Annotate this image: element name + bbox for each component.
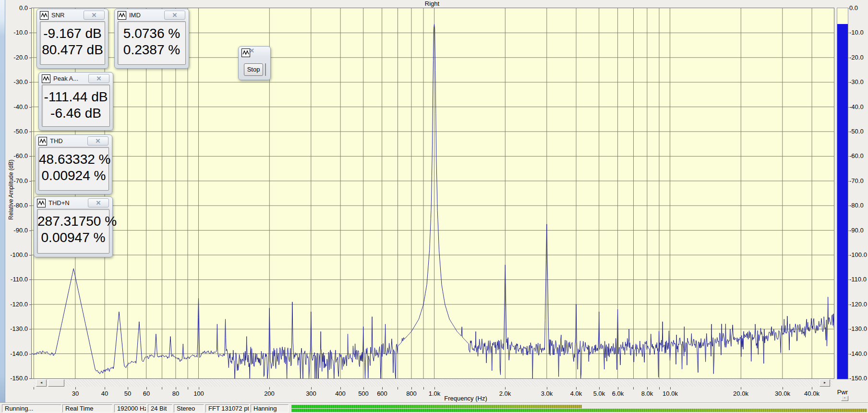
close-icon[interactable]: ✕ <box>88 198 109 207</box>
imd-window: IMD ✕ 5.0736 % 0.2387 % <box>114 9 189 69</box>
y-axis-tick <box>29 255 31 255</box>
y-axis-tick-label-right: -80.0 <box>849 202 864 209</box>
x-axis-tick <box>105 387 105 389</box>
x-axis-tick <box>382 387 383 389</box>
x-axis-title: Frequency (Hz) <box>394 395 538 402</box>
snr-titlebar[interactable]: SNR ✕ <box>37 9 108 21</box>
status-bar: Running... Real Time 192000 Hz 24 Bit St… <box>0 404 868 413</box>
x-axis-tick <box>741 387 741 389</box>
x-axis-tick <box>128 387 128 389</box>
imd-titlebar[interactable]: IMD ✕ <box>115 9 189 21</box>
y-axis-tick-label: -50.0 <box>0 128 28 135</box>
plot-title: Right <box>288 0 576 7</box>
peak-values: -111.44 dB -6.46 dB <box>42 85 110 127</box>
scroll-right-button[interactable]: ▸ <box>820 379 830 387</box>
thd-titlebar[interactable]: THD ✕ <box>36 135 112 147</box>
scroll-thumb[interactable] <box>48 379 64 387</box>
status-window-fn: Hanning <box>251 404 289 413</box>
x-axis-tick <box>783 387 783 389</box>
level-meter <box>291 405 867 412</box>
x-axis-tick <box>176 387 176 389</box>
x-axis-tick-label: 200 <box>255 390 284 397</box>
minimize-icon[interactable]: - <box>841 396 848 401</box>
thdn-value-1: 287.31750 % <box>37 213 109 230</box>
status-fft: FFT 131072 pts <box>205 404 249 413</box>
level-meter-top <box>291 405 867 408</box>
x-axis-tick-label: 6.0k <box>603 390 632 397</box>
power-meter-bar <box>837 24 848 379</box>
y-axis-tick-label-right: -150.0 <box>849 375 867 382</box>
x-axis-tick <box>146 387 147 389</box>
y-axis-tick-label-right: -20.0 <box>849 54 864 61</box>
thdn-window: THD+N ✕ 287.31750 % 0.00947 % <box>34 196 113 257</box>
close-icon[interactable]: ✕ <box>84 11 105 20</box>
x-axis-tick <box>670 387 671 389</box>
y-axis-tick-label-right: -90.0 <box>849 227 864 234</box>
x-axis-tick <box>423 387 424 389</box>
y-axis-tick-label: -80.0 <box>0 202 28 209</box>
y-axis-tick <box>29 58 31 58</box>
x-axis-tick <box>812 387 812 389</box>
horizontal-scrollbar[interactable]: ◂ ▸ <box>34 379 832 387</box>
y-axis-tick-label-right: -120.0 <box>849 301 867 308</box>
status-running: Running... <box>2 404 61 413</box>
y-axis-tick-label-right: -100.0 <box>849 251 867 258</box>
imd-value-1: 5.0736 % <box>118 25 185 42</box>
y-axis-tick-label-right: -40.0 <box>849 103 864 110</box>
y-axis-tick <box>29 8 31 9</box>
close-icon[interactable]: ✕ <box>249 47 254 54</box>
x-axis-tick <box>34 387 34 389</box>
level-meter-bottom <box>291 409 867 412</box>
peak-titlebar[interactable]: Peak A... ✕ <box>39 73 113 85</box>
y-axis-tick <box>29 378 31 379</box>
stop-window-edge <box>265 63 266 76</box>
window-title: THD <box>50 137 63 145</box>
close-icon[interactable]: ✕ <box>87 136 108 146</box>
stop-button[interactable]: Stop <box>244 63 263 76</box>
stop-titlebar[interactable]: ✕ <box>239 47 270 59</box>
imd-value-2: 0.2387 % <box>118 42 185 58</box>
y-axis-tick <box>29 354 31 354</box>
thdn-value-2: 0.00947 % <box>37 230 109 246</box>
thd-value-1: 48.63332 % <box>39 151 108 168</box>
peak-value-2: -6.46 dB <box>42 105 109 121</box>
y-axis-tick <box>29 82 31 83</box>
waveform-icon <box>118 11 126 20</box>
y-axis-tick-label-right: -70.0 <box>849 177 864 184</box>
x-axis-tick <box>618 387 618 389</box>
x-axis-tick <box>647 387 648 389</box>
x-axis-tick <box>576 387 577 389</box>
x-axis-tick-label: 30 <box>61 390 90 397</box>
window-title: IMD <box>129 12 141 19</box>
y-axis-tick-label: -100.0 <box>0 251 28 258</box>
thd-window: THD ✕ 48.63332 % 0.00924 % <box>35 134 112 194</box>
thd-value-2: 0.00924 % <box>39 168 108 184</box>
y-axis-tick <box>29 304 31 305</box>
thdn-titlebar[interactable]: THD+N ✕ <box>34 197 112 209</box>
scroll-left-button[interactable]: ◂ <box>36 379 47 387</box>
peak-amplitude-window: Peak A... ✕ -111.44 dB -6.46 dB <box>38 72 113 131</box>
status-samplerate: 192000 Hz <box>114 404 146 413</box>
y-axis-tick-label-right: -130.0 <box>849 325 867 332</box>
y-axis-tick <box>29 33 31 33</box>
close-icon[interactable]: ✕ <box>88 74 109 83</box>
x-axis-tick <box>340 387 341 389</box>
y-axis-tick-label-right: -140.0 <box>849 350 867 357</box>
x-axis-tick-label: 600 <box>368 390 397 397</box>
y-axis-tick-label: -130.0 <box>0 325 28 332</box>
waveform-icon <box>40 11 48 20</box>
y-axis-tick-label: -10.0 <box>0 29 28 36</box>
y-axis-tick-label: -90.0 <box>0 227 28 234</box>
y-axis-tick <box>29 231 31 231</box>
y-axis-tick-label: -40.0 <box>0 103 28 110</box>
status-mode: Real Time <box>62 404 112 413</box>
x-axis-tick <box>434 387 435 389</box>
x-axis-tick <box>599 387 600 389</box>
y-axis-tick-label-right: -50.0 <box>849 128 864 135</box>
x-axis-tick-label: 100 <box>184 390 213 397</box>
close-icon[interactable]: ✕ <box>164 11 185 20</box>
x-axis-tick-label: 30.0k <box>768 390 797 397</box>
snr-value-1: -9.167 dB <box>40 25 105 42</box>
y-axis-tick-label: -140.0 <box>0 350 28 357</box>
y-axis-tick-label: -60.0 <box>0 152 28 159</box>
